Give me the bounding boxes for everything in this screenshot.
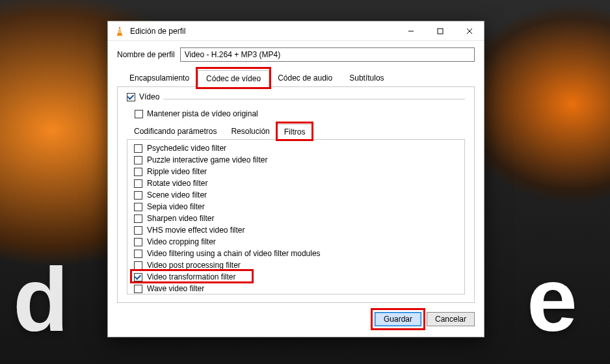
filter-item[interactable]: Ripple video filter (134, 166, 462, 177)
tab-acodec[interactable]: Códec de audio (269, 70, 341, 86)
filter-label: Psychedelic video filter (147, 144, 226, 153)
minimize-button[interactable] (396, 21, 425, 41)
filter-label: Sepia video filter (147, 202, 205, 211)
filter-label: VHS movie effect video filter (147, 226, 245, 235)
filter-checkbox[interactable] (134, 168, 142, 176)
filter-label: Rotate video filter (147, 179, 207, 188)
profile-name-label: Nombre de perfil (117, 50, 175, 59)
filter-item[interactable]: Psychedelic video filter (134, 142, 462, 154)
filter-item[interactable]: Scene video filter (134, 189, 462, 201)
filter-checkbox[interactable] (134, 226, 142, 235)
maximize-button[interactable] (425, 21, 455, 41)
svg-rect-5 (438, 29, 443, 34)
filter-label: Video post processing filter (147, 261, 241, 270)
filter-item[interactable]: VHS movie effect video filter (134, 224, 462, 236)
filter-label: Video transformation filter (147, 272, 236, 281)
inner-tab-params[interactable]: Codificando parámetros (127, 124, 224, 139)
svg-rect-2 (118, 29, 121, 30)
save-button[interactable]: Guardar (375, 312, 421, 326)
maximize-icon (437, 28, 444, 34)
tab-encap[interactable]: Encapsulamiento (121, 70, 198, 86)
filter-item[interactable]: Video cropping filter (134, 236, 462, 248)
filter-checkbox[interactable] (134, 156, 142, 164)
video-checkbox[interactable] (127, 93, 135, 101)
filter-label: Wave video filter (147, 284, 204, 293)
filter-label: Sharpen video filter (147, 214, 214, 223)
video-checkbox-label: Vídeo (139, 92, 159, 101)
filter-checkbox[interactable] (134, 250, 142, 258)
filter-label: Puzzle interactive game video filter (147, 155, 267, 164)
profile-name-input[interactable] (180, 47, 475, 62)
window-title: Edición de perfil (130, 27, 396, 36)
close-icon (466, 28, 473, 34)
filter-item[interactable]: Sepia video filter (134, 201, 462, 213)
filter-item[interactable]: Video filtering using a chain of video f… (134, 248, 462, 259)
group-separator (163, 99, 465, 99)
profile-edit-dialog: Edición de perfil Nombre de perfil Encap… (107, 21, 484, 337)
filter-checkbox[interactable] (134, 214, 142, 223)
filter-item[interactable]: Puzzle interactive game video filter (134, 154, 462, 166)
svg-marker-0 (118, 27, 122, 34)
filter-label: Video filtering using a chain of video f… (147, 249, 321, 258)
keep-original-label: Mantener pista de vídeo original (147, 109, 258, 118)
tab-subs[interactable]: Subtítulos (341, 70, 392, 86)
filter-checkbox[interactable] (134, 261, 142, 270)
svg-rect-3 (118, 31, 121, 32)
minimize-icon (408, 28, 414, 34)
filter-checkbox[interactable] (134, 179, 142, 188)
filter-checkbox[interactable] (134, 238, 142, 246)
tab-vcodec[interactable]: Códec de vídeo (198, 70, 269, 87)
filter-item[interactable]: Sharpen video filter (134, 213, 462, 224)
close-button[interactable] (455, 21, 484, 41)
filter-item[interactable]: Video transformation filter (134, 271, 462, 283)
cancel-button[interactable]: Cancelar (427, 312, 475, 326)
keep-original-checkbox[interactable] (135, 110, 143, 118)
filter-item[interactable]: Wave video filter (134, 283, 462, 294)
highlight-inner-tab-filters (276, 122, 314, 141)
filter-item[interactable]: Video post processing filter (134, 259, 462, 271)
inner-tab-filters[interactable]: Filtros (277, 124, 313, 140)
highlight-tab-vcodec (196, 67, 271, 89)
filter-list[interactable]: Psychedelic video filterPuzzle interacti… (127, 140, 464, 294)
filter-label: Scene video filter (147, 190, 207, 200)
svg-rect-1 (117, 34, 122, 36)
filter-label: Video cropping filter (147, 237, 216, 246)
filter-label: Ripple video filter (147, 167, 207, 176)
outer-tabbar: EncapsulamientoCódec de vídeoCódec de au… (117, 70, 475, 87)
video-codec-panel: Vídeo Mantener pista de vídeo original C… (117, 87, 475, 303)
inner-tab-res[interactable]: Resolución (224, 124, 276, 139)
titlebar[interactable]: Edición de perfil (108, 21, 484, 41)
inner-tabbar: Codificando parámetrosResoluciónFiltros (127, 124, 465, 140)
vlc-cone-icon (114, 26, 125, 36)
filter-checkbox[interactable] (134, 285, 142, 293)
filter-checkbox[interactable] (134, 191, 142, 200)
filter-checkbox[interactable] (134, 144, 142, 153)
filter-checkbox[interactable] (134, 203, 142, 211)
filters-panel: Psychedelic video filterPuzzle interacti… (127, 140, 465, 294)
filter-checkbox[interactable] (134, 273, 142, 281)
filter-item[interactable]: Rotate video filter (134, 177, 462, 189)
